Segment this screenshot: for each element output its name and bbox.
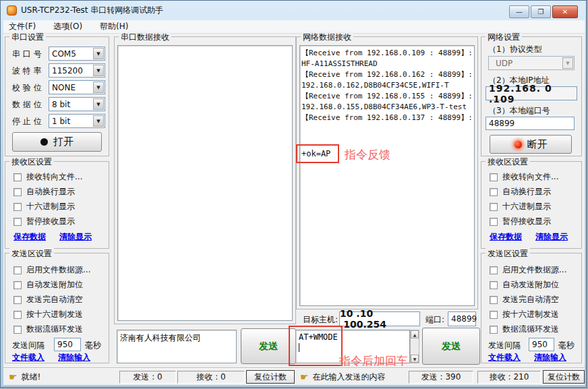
stop-bits-select[interactable]: 1 bit ▼ — [49, 114, 105, 128]
network-settings-group: 网络设置 （1）协议类型 UDP ▼ （2）本地IP地址 192.168. 0 … — [481, 36, 582, 156]
checkbox-icon[interactable] — [490, 203, 498, 211]
interval-input[interactable]: 950 — [529, 338, 554, 351]
checkbox-auto-newline[interactable]: 自动换行显示 — [490, 186, 551, 198]
network-settings-title: 网络设置 — [486, 32, 522, 43]
target-host-label: 目标主机: — [303, 314, 338, 326]
checkbox-icon[interactable] — [490, 266, 498, 274]
scroll-up-icon[interactable]: ▲ — [411, 330, 419, 338]
baud-rate-label: 波 特 率 — [12, 65, 42, 77]
chevron-down-icon[interactable]: ▼ — [93, 82, 104, 93]
checkbox-file-source[interactable]: 启用文件数据源... — [490, 264, 566, 276]
send-settings-group-left: 发送区设置 启用文件数据源... 自动发送附加位 发送完自动清空 按十六进制发送… — [5, 253, 109, 363]
serial-settings-group: 串口设置 串 口 号 COM5 ▼ 波 特 率 115200 ▼ 校 验 位 N… — [5, 36, 109, 156]
recv-counter-left: 接收 : 0 — [177, 371, 245, 384]
target-host-input[interactable]: 10 .10 .100.254 — [339, 311, 420, 326]
local-ip-input[interactable]: 192.168. 0 .109 — [486, 86, 577, 100]
local-port-input[interactable]: 48899 — [486, 117, 575, 130]
recv-line: 192.168.0.155,D8B04CF34AE6,WP3-T-test — [301, 102, 473, 113]
clear-input-link[interactable]: 清除输入 — [534, 352, 566, 363]
checkbox-icon[interactable] — [490, 218, 498, 226]
network-recv-title: 网络数据接收 — [301, 32, 353, 43]
checkbox-icon[interactable] — [490, 311, 498, 319]
chevron-down-icon[interactable]: ▼ — [93, 48, 104, 59]
checkbox-icon[interactable] — [13, 266, 22, 274]
chevron-down-icon[interactable]: ▼ — [562, 57, 573, 69]
com-port-select[interactable]: COM5 ▼ — [49, 47, 105, 61]
checkbox-hex-send[interactable]: 按十六进制发送 — [490, 309, 559, 320]
menu-help[interactable]: 帮助(H) — [100, 21, 128, 32]
chevron-down-icon[interactable]: ▼ — [93, 65, 104, 76]
clear-display-link[interactable]: 清除显示 — [59, 231, 92, 243]
load-file-link[interactable]: 文件载入 — [12, 352, 45, 363]
interval-unit-label: 毫秒 — [85, 340, 101, 351]
checkbox-hex-send[interactable]: 按十六进制发送 — [13, 309, 83, 320]
send-counter-left: 发送 : 0 — [119, 371, 176, 384]
checkbox-icon[interactable] — [13, 203, 22, 211]
baud-rate-select[interactable]: 115200 ▼ — [49, 63, 105, 78]
protocol-select[interactable]: UDP ▼ — [488, 56, 575, 70]
com-port-label: 串 口 号 — [12, 49, 42, 60]
checkbox-hex-display[interactable]: 十六进制显示 — [490, 201, 551, 212]
interval-input[interactable]: 950 — [54, 338, 81, 351]
clear-display-link[interactable]: 清除显示 — [535, 231, 568, 243]
serial-send-button[interactable]: 发送 — [241, 328, 296, 364]
checkbox-icon[interactable] — [13, 281, 22, 289]
checkbox-icon[interactable] — [490, 173, 498, 181]
checkbox-auto-clear[interactable]: 发送完自动清空 — [490, 294, 559, 305]
checkbox-recv-to-file[interactable]: 接收转向文件... — [13, 171, 82, 183]
checkbox-icon[interactable] — [490, 188, 498, 196]
load-file-link[interactable]: 文件载入 — [488, 352, 521, 363]
checkbox-auto-append[interactable]: 自动发送附加位 — [13, 279, 83, 291]
checkbox-file-source[interactable]: 启用文件数据源... — [13, 264, 90, 276]
checkbox-icon[interactable] — [13, 218, 22, 226]
status-left: ☛ 就绪! — [3, 371, 119, 383]
checkbox-loop-send[interactable]: 数据流循环发送 — [490, 324, 559, 335]
menu-file[interactable]: 文件(F) — [9, 21, 36, 32]
chevron-down-icon[interactable]: ▼ — [93, 115, 104, 127]
clear-input-link[interactable]: 清除输入 — [58, 352, 90, 363]
reset-count-button-right[interactable]: 复位计数 — [543, 370, 585, 384]
maximize-button[interactable]: ❐ — [531, 5, 551, 18]
app-window: USR-TCP232-Test 串口转网络调试助手 — ❐ ✕ 文件(F) 选项… — [0, 0, 587, 388]
save-data-link[interactable]: 保存数据 — [13, 231, 46, 243]
checkbox-icon[interactable] — [13, 311, 22, 319]
send-input-scrollbar[interactable]: ▲ ▼ — [410, 330, 419, 363]
checkbox-icon[interactable] — [490, 326, 498, 334]
checkbox-auto-newline[interactable]: 自动换行显示 — [13, 186, 75, 198]
chevron-down-icon[interactable]: ▼ — [93, 98, 104, 110]
network-recv-textarea[interactable]: 【Receive from 192.168.0.109 : 48899】: HF… — [299, 45, 475, 306]
checkbox-auto-clear[interactable]: 发送完自动清空 — [13, 294, 83, 305]
status-bar: ☛ 就绪! 发送 : 0 接收 : 0 复位计数 ☛ 在此输入发送的内容 发送 … — [3, 368, 585, 385]
checkbox-pause-recv[interactable]: 暂停接收显示 — [490, 216, 551, 227]
recv-line: HF-A11ASSISTHREAD — [301, 59, 473, 69]
close-button[interactable]: ✕ — [552, 5, 578, 18]
checkbox-icon[interactable] — [13, 326, 22, 334]
checkbox-auto-append[interactable]: 自动发送附加位 — [490, 279, 559, 291]
checkbox-loop-send[interactable]: 数据流循环发送 — [13, 324, 83, 335]
data-bits-label: 数 据 位 — [12, 99, 42, 111]
pointing-hand-icon: ☛ — [9, 371, 18, 382]
checkbox-pause-recv[interactable]: 暂停接收显示 — [13, 216, 75, 227]
checkbox-hex-display[interactable]: 十六进制显示 — [13, 201, 75, 212]
checkbox-icon[interactable] — [13, 173, 22, 181]
data-bits-select[interactable]: 8 bit ▼ — [49, 97, 105, 111]
serial-send-input[interactable]: 济南有人科技有限公司 — [117, 330, 237, 363]
network-send-button[interactable]: 发送 — [422, 328, 480, 365]
checkbox-icon[interactable] — [13, 188, 22, 196]
checkbox-icon[interactable] — [13, 296, 22, 304]
open-serial-button[interactable]: 打开 — [12, 132, 102, 152]
checkbox-icon[interactable] — [490, 296, 498, 304]
serial-recv-textarea[interactable] — [117, 45, 293, 321]
checkbox-recv-to-file[interactable]: 接收转向文件... — [490, 171, 558, 183]
port-input[interactable]: 48899 — [448, 311, 476, 326]
app-icon — [7, 5, 17, 16]
disconnect-button[interactable]: 断开 — [490, 135, 572, 154]
save-data-link[interactable]: 保存数据 — [490, 231, 522, 243]
reset-count-button-left[interactable]: 复位计数 — [246, 370, 295, 384]
menu-options[interactable]: 选项(O) — [53, 21, 82, 32]
parity-select[interactable]: NONE ▼ — [49, 80, 105, 94]
scroll-down-icon[interactable]: ▼ — [411, 355, 419, 363]
minimize-button[interactable]: — — [509, 5, 529, 18]
checkbox-icon[interactable] — [490, 281, 498, 289]
feedback-annotation: 指令反馈 — [345, 147, 390, 162]
